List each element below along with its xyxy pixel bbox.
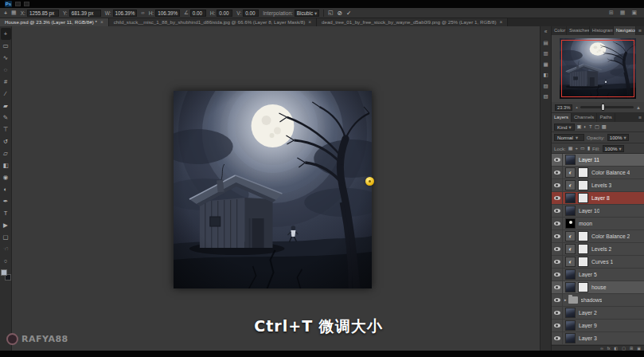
rotate-value-input[interactable]: 0.00 <box>190 10 206 17</box>
panel-menu-icon[interactable]: ≡ <box>636 113 644 122</box>
tab-layers[interactable]: Layers <box>552 113 572 122</box>
layer-thumbnail[interactable]: ◐ <box>565 218 576 229</box>
type-tool[interactable]: T <box>1 207 11 219</box>
commit-transform-button[interactable]: ✓ <box>346 10 351 17</box>
visibility-cell[interactable] <box>552 230 563 242</box>
tab-swatches[interactable]: Swatches <box>567 26 590 35</box>
layer-name[interactable]: Layer 5 <box>579 272 597 277</box>
workspace-grid-icon[interactable]: ▦ <box>620 10 626 16</box>
history-brush-tool[interactable]: ↺ <box>1 135 11 147</box>
app-bar-icon[interactable] <box>24 2 29 6</box>
visibility-cell[interactable] <box>552 269 563 280</box>
skew-h-value-input[interactable]: 0.00 <box>217 10 232 17</box>
layer-name[interactable]: Layer 10 <box>579 208 599 214</box>
y-value-input[interactable]: 681.39 px <box>69 10 101 17</box>
tab-channels[interactable]: Channels <box>572 113 597 122</box>
visibility-cell[interactable] <box>552 218 563 230</box>
layer-thumbnail[interactable]: ◐ <box>565 167 576 178</box>
layer-name[interactable]: Curves 1 <box>591 259 613 265</box>
layers-footer-icon[interactable]: ⊞ <box>630 347 633 351</box>
spot-healing-brush-tool[interactable]: ▰ <box>1 100 11 112</box>
warp-mode-toggle-icon[interactable]: ◱ <box>328 10 334 16</box>
layer-row[interactable]: ▸ ◐ Layer 5 <box>552 269 644 281</box>
height-value-input[interactable]: 106.39% <box>155 10 180 17</box>
fill-input[interactable]: 100% ▾ <box>603 145 624 152</box>
layer-mask-thumbnail[interactable] <box>578 180 588 190</box>
x-value-input[interactable]: 1255.85 px <box>27 10 59 17</box>
interpolation-select[interactable]: Bicubic ▾ <box>295 10 319 17</box>
layer-mask-thumbnail[interactable] <box>578 193 588 203</box>
layer-row[interactable]: ▸ ◐ Color Balance 2 <box>552 230 644 243</box>
layers-footer-icon[interactable]: ▢ <box>622 347 626 351</box>
layer-mask-thumbnail[interactable] <box>578 244 588 254</box>
foreground-color-swatch[interactable] <box>1 269 7 276</box>
layer-name[interactable]: Layer 3 <box>579 335 597 341</box>
app-bar-icon[interactable] <box>15 2 21 6</box>
layer-filter-icon[interactable]: ◐ <box>584 124 587 129</box>
width-value-input[interactable]: 106.39% <box>113 10 138 17</box>
layer-thumbnail[interactable]: ◐ <box>565 193 576 203</box>
filter-kind-select[interactable]: Kind ▾ <box>554 124 575 131</box>
layer-name[interactable]: Levels 2 <box>591 246 611 252</box>
tab-color[interactable]: Color <box>552 26 567 35</box>
reference-point-locator-icon[interactable]: ▦ <box>11 10 17 16</box>
lasso-tool[interactable]: ∿ <box>1 52 11 64</box>
navigator-proxy-view[interactable] <box>561 40 634 97</box>
rectangle-tool[interactable]: ▢ <box>1 231 11 243</box>
layer-row[interactable]: ▸ ◐ moon <box>552 218 644 230</box>
link-dimensions-icon[interactable]: ∞ <box>141 10 144 15</box>
screen-mode-icon[interactable]: ▣ <box>631 10 637 16</box>
layer-thumbnail[interactable]: ◐ <box>565 269 576 280</box>
tab-paths[interactable]: Paths <box>597 113 615 122</box>
close-icon[interactable]: × <box>500 18 503 26</box>
adjustments-panel-icon[interactable]: ▥ <box>543 51 548 57</box>
layer-filter-icon[interactable]: ▩ <box>602 124 607 129</box>
info-panel-icon[interactable]: ▧ <box>543 94 548 100</box>
quick-selection-tool[interactable]: ◌ <box>1 64 11 76</box>
visibility-cell[interactable] <box>552 294 563 306</box>
layer-thumbnail[interactable]: ◐ <box>565 308 576 318</box>
move-tool[interactable]: + <box>1 28 11 40</box>
layer-row[interactable]: ▸ ◐ Layer 2 <box>552 307 644 320</box>
color-swatches[interactable] <box>1 269 11 280</box>
zoom-in-icon[interactable]: ▲ <box>636 105 641 110</box>
layer-name[interactable]: Layer 9 <box>579 323 597 328</box>
visibility-cell[interactable] <box>552 307 563 319</box>
visibility-cell[interactable] <box>552 243 563 255</box>
canvas-artwork[interactable] <box>174 91 372 288</box>
visibility-cell[interactable] <box>552 205 563 217</box>
skew-v-value-input[interactable]: 0.00 <box>243 10 259 17</box>
layer-filter-icon[interactable]: ▢ <box>595 124 599 129</box>
layer-thumbnail[interactable]: ◐ <box>565 244 576 254</box>
lock-option-icon[interactable]: ▮ <box>587 146 590 151</box>
layer-thumbnail[interactable]: ◐ <box>565 333 576 343</box>
visibility-cell[interactable] <box>552 281 563 293</box>
lock-option-icon[interactable]: + <box>575 146 578 151</box>
close-icon[interactable]: × <box>100 18 103 26</box>
zoom-tool[interactable]: ○ <box>1 255 11 267</box>
document-tab[interactable]: child_stuck__misc_1_88_by_shubhind1_d86i… <box>109 18 317 26</box>
collapse-panels-icon[interactable]: « <box>544 29 548 35</box>
zoom-slider-thumb[interactable] <box>601 104 605 111</box>
tab-histogram[interactable]: Histogram <box>590 26 614 35</box>
properties-panel-icon[interactable]: ▤ <box>543 41 548 46</box>
lock-option-icon[interactable]: ▭ <box>580 146 585 151</box>
crop-tool[interactable]: # <box>1 76 11 88</box>
actions-panel-icon[interactable]: ▨ <box>543 84 548 89</box>
dodge-tool[interactable]: ◐ <box>1 183 11 195</box>
pen-tool[interactable]: ✒ <box>1 195 11 207</box>
layer-thumbnail[interactable]: ◐ <box>565 231 576 241</box>
eyedropper-tool[interactable]: ∕ <box>1 88 11 100</box>
styles-panel-icon[interactable]: ▦ <box>543 62 548 68</box>
visibility-cell[interactable] <box>552 192 563 204</box>
layer-thumbnail[interactable]: ◐ <box>565 206 576 216</box>
layer-name[interactable]: Color Balance 2 <box>591 233 630 239</box>
layer-thumbnail[interactable]: ◐ <box>565 155 576 165</box>
layer-thumbnail[interactable]: ◐ <box>565 320 576 331</box>
blend-mode-select[interactable]: Normal ▾ <box>554 134 584 141</box>
layer-filter-icon[interactable]: ▣ <box>577 124 582 129</box>
layers-footer-icon[interactable]: ◧ <box>615 347 619 351</box>
layer-row[interactable]: ▸ ◐ Levels 3 <box>552 179 644 192</box>
layer-name[interactable]: house <box>591 284 607 290</box>
layer-name[interactable]: Layer 8 <box>591 195 610 201</box>
